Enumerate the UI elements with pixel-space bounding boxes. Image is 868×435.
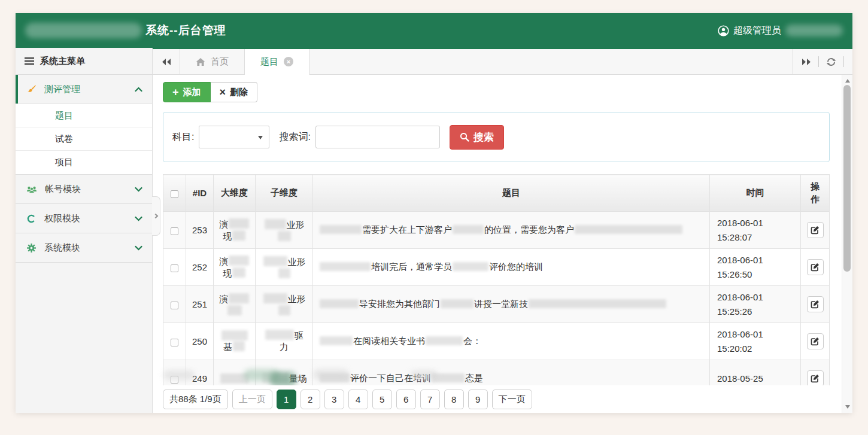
- username-redacted: [785, 25, 843, 36]
- sidebar-item-papers[interactable]: 试卷: [16, 127, 152, 151]
- page-button-8[interactable]: 8: [444, 390, 464, 409]
- page-button-9[interactable]: 9: [468, 390, 488, 409]
- edit-row-button[interactable]: [807, 296, 824, 312]
- row-checkbox[interactable]: [171, 302, 178, 309]
- redaction-smudge: [313, 369, 349, 380]
- scrollbar-thumb[interactable]: [843, 85, 851, 272]
- search-button[interactable]: 搜索: [450, 125, 504, 150]
- page-button-5[interactable]: 5: [372, 390, 392, 409]
- redacted-text: [320, 262, 371, 271]
- cell-text: 需要扩大在上下游客户: [362, 224, 452, 235]
- cell-id: 253: [186, 212, 214, 249]
- cell-text: 培训完后，通常学员: [371, 261, 452, 272]
- redaction-smudge: [163, 370, 195, 380]
- edit-row-button[interactable]: [807, 222, 824, 238]
- page-button-2[interactable]: 2: [301, 390, 320, 409]
- caret-down-icon: [258, 136, 263, 139]
- sidebar-item-accounts[interactable]: 帐号模块: [16, 175, 152, 203]
- delete-button[interactable]: × 删除: [211, 82, 258, 102]
- cell-text: 演: [219, 294, 228, 304]
- redacted-text: [426, 336, 463, 345]
- keyword-input[interactable]: [315, 126, 440, 148]
- divider: [818, 56, 819, 67]
- app-window: 系统--后台管理 超级管理员 系统主菜单: [16, 13, 852, 413]
- screen: 系统--后台管理 超级管理员 系统主菜单: [0, 0, 868, 435]
- sidebar-group-accounts: 帐号模块: [16, 175, 152, 204]
- page-button-4[interactable]: 4: [348, 390, 368, 409]
- chevron-right-icon: [153, 214, 157, 218]
- app-header: 系统--后台管理 超级管理员: [16, 13, 852, 48]
- tab-home[interactable]: 首页: [180, 49, 245, 74]
- redacted-text: [320, 225, 362, 234]
- tab-bar-right-controls: [793, 49, 852, 74]
- page-button-7[interactable]: 7: [420, 390, 440, 409]
- gear-icon: [26, 243, 37, 253]
- sidebar-item-label: 帐号模块: [45, 184, 81, 195]
- chevron-up-icon: [135, 87, 142, 92]
- sidebar-header: 系统主菜单: [16, 48, 152, 75]
- table-header-row: #ID 大维度 子维度 题目 时间 操作: [163, 175, 830, 212]
- cell-dimension: 演现: [214, 249, 256, 286]
- redacted-text: [278, 305, 290, 315]
- paintbrush-icon: [26, 84, 37, 95]
- tabs-scroll-left-button[interactable]: [153, 49, 180, 74]
- sidebar-item-evaluation[interactable]: 测评管理: [16, 75, 152, 104]
- header-user-area[interactable]: 超级管理员: [718, 25, 843, 37]
- scroll-down-arrow[interactable]: [842, 402, 852, 412]
- sidebar-group-evaluation: 测评管理 题目 试卷 项目: [16, 75, 152, 175]
- page-button-6[interactable]: 6: [396, 390, 416, 409]
- select-all-checkbox[interactable]: [171, 190, 178, 198]
- prev-page-button[interactable]: 上一页: [232, 390, 272, 409]
- cell-text: 导安排您为其他部门: [359, 299, 440, 309]
- tabs-scroll-right-button[interactable]: [802, 58, 811, 66]
- sidebar-collapse-handle[interactable]: [152, 196, 160, 236]
- main-area: 首页 题目 ×: [153, 48, 852, 413]
- redacted-text: [229, 255, 249, 266]
- redacted-text: [453, 262, 488, 271]
- user-circle-icon: [718, 25, 729, 36]
- close-icon[interactable]: ×: [284, 57, 293, 66]
- redacted-text: [221, 330, 248, 340]
- sidebar-subitem-label: 题目: [55, 110, 73, 121]
- row-checkbox[interactable]: [171, 264, 178, 272]
- redacted-text: [320, 336, 353, 345]
- scroll-up-arrow[interactable]: [842, 76, 852, 86]
- sidebar-item-questions[interactable]: 题目: [16, 104, 152, 127]
- refresh-button[interactable]: [826, 57, 836, 67]
- edit-row-button[interactable]: [807, 370, 824, 387]
- edit-row-button[interactable]: [807, 259, 824, 275]
- cell-id: 252: [186, 249, 214, 286]
- sidebar-title: 系统主菜单: [40, 56, 85, 67]
- cell-subdimension: 驱力: [256, 323, 313, 360]
- add-button[interactable]: + 添加: [163, 82, 211, 102]
- date-text: 2018-06-01: [717, 327, 796, 341]
- cell-dimension: 基: [214, 323, 256, 360]
- redacted-text: [229, 218, 249, 229]
- row-checkbox[interactable]: [171, 339, 178, 346]
- search-panel: 科目: 搜索词:: [163, 112, 830, 162]
- users-icon: [26, 185, 37, 194]
- redacted-text: [320, 299, 359, 308]
- tab-questions[interactable]: 题目 ×: [245, 49, 309, 75]
- redacted-text: [265, 219, 286, 229]
- edit-row-button[interactable]: [807, 333, 824, 349]
- cell-text: 演: [219, 219, 228, 229]
- subject-select[interactable]: [199, 126, 269, 148]
- cell-text: 演: [219, 256, 228, 266]
- page-button-1[interactable]: 1: [277, 390, 296, 409]
- cell-time: 2018-06-0115:26:50: [710, 249, 801, 286]
- sidebar-item-permissions[interactable]: 权限模块: [16, 204, 152, 233]
- redacted-text: [232, 267, 245, 278]
- cell-dimension: 演: [214, 286, 256, 323]
- redacted-text: [229, 293, 249, 303]
- sidebar-item-projects[interactable]: 项目: [16, 151, 152, 174]
- vertical-scrollbar[interactable]: [842, 75, 852, 413]
- table-row: 251演业形导安排您为其他部门讲授一堂新技2018-06-0115:25:26: [163, 286, 830, 323]
- row-checkbox[interactable]: [171, 227, 178, 235]
- next-page-button[interactable]: 下一页: [492, 390, 532, 409]
- cell-title: 导安排您为其他部门讲授一堂新技: [313, 286, 710, 323]
- page-button-3[interactable]: 3: [324, 390, 344, 409]
- cell-subdimension: 业形: [256, 212, 313, 249]
- sidebar-item-system[interactable]: 系统模块: [16, 233, 152, 262]
- cell-text: 现: [223, 268, 232, 278]
